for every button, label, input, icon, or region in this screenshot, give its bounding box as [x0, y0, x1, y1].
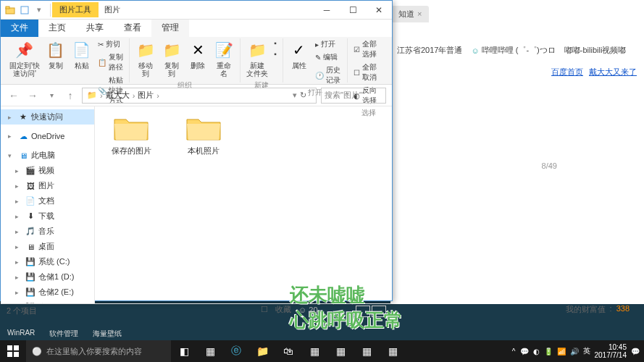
volume-icon[interactable]: 🔊: [570, 348, 579, 355]
explorer-icon[interactable]: 📁: [249, 340, 275, 362]
taskbar-app[interactable]: ▦: [327, 340, 354, 362]
folder-camera-roll[interactable]: 本机照片: [175, 114, 233, 156]
browser-tab[interactable]: 知道 ×: [391, 6, 429, 22]
bookmark-link[interactable]: 嘟嘟-bilibili视频嘟: [564, 45, 627, 56]
content-area[interactable]: 保存的图片 本机照片: [95, 106, 392, 303]
svg-rect-3: [7, 345, 12, 350]
recent-button[interactable]: ▾: [44, 88, 59, 103]
qa-icon[interactable]: [18, 4, 31, 17]
user-link[interactable]: 戴大大又来了: [589, 67, 637, 77]
copy-path-button[interactable]: 📋 复制路径: [96, 51, 125, 73]
bookmark-link[interactable]: ☺哔哩哔哩 (゜-゜)つロ: [471, 45, 555, 56]
minimize-button[interactable]: ─: [314, 1, 340, 20]
search-input[interactable]: ⚪ 在这里输入你要搜索的内容: [26, 340, 171, 362]
sidebar-item-e[interactable]: ▸💾仓储2 (E:): [1, 285, 94, 300]
tray-icon[interactable]: 🔋: [544, 348, 553, 355]
down-icon[interactable]: ▾: [33, 4, 46, 17]
bg-item: 海量壁纸: [93, 329, 122, 339]
sidebar-item-documents[interactable]: ▸📄文档: [1, 193, 94, 209]
tab-manage[interactable]: 管理: [151, 20, 189, 37]
taskbar-app[interactable]: ▦: [301, 340, 327, 362]
ime-indicator[interactable]: 英: [583, 346, 590, 356]
up-button[interactable]: ↑: [63, 88, 78, 103]
sidebar-item-d[interactable]: ▸💾仓储1 (D:): [1, 269, 94, 285]
sidebar-item-quick[interactable]: ▸★快速访问: [1, 109, 94, 125]
baidu-home-link[interactable]: 百度首页: [551, 67, 583, 77]
folder-icon[interactable]: [4, 4, 17, 17]
taskbar-app[interactable]: ▦: [354, 340, 380, 362]
back-button[interactable]: ←: [7, 88, 21, 103]
store-icon[interactable]: 🛍: [275, 340, 301, 362]
properties-button[interactable]: ✓属性: [288, 38, 311, 71]
task-view-button[interactable]: ◧: [171, 340, 197, 362]
sidebar-item-desktop[interactable]: ▸🖥桌面: [1, 239, 94, 254]
ribbon: 📌固定到'快 速访问' 📋复制 📄粘贴 ✂ 剪切 📋 复制路径 📎 粘贴快捷方式…: [1, 37, 392, 85]
ribbon-tabs: 文件 主页 共享 查看 管理: [1, 20, 392, 37]
start-button[interactable]: [0, 340, 26, 362]
svg-rect-5: [7, 352, 12, 357]
new-item-button[interactable]: ▪: [272, 38, 278, 48]
cut-button[interactable]: ✂ 剪切: [96, 38, 125, 50]
delete-button[interactable]: ✕删除: [186, 38, 209, 71]
folder-saved-pictures[interactable]: 保存的图片: [102, 114, 160, 156]
tab-file[interactable]: 文件: [1, 20, 38, 37]
sidebar-item-f[interactable]: ▸💾应用 (F:): [1, 300, 94, 303]
edit-button[interactable]: ✎ 编辑: [314, 51, 343, 63]
open-button[interactable]: ▸ 打开: [314, 38, 343, 50]
paste-button[interactable]: 📄粘贴: [70, 38, 93, 71]
folder-icon: [113, 114, 149, 143]
edge-icon[interactable]: ⓔ: [223, 340, 249, 362]
search-input[interactable]: 搜索"图片": [321, 88, 386, 104]
select-none-button[interactable]: ☐ 全部取消: [352, 62, 385, 83]
rename-button[interactable]: 📝重命名: [212, 38, 235, 79]
forward-button[interactable]: →: [25, 88, 40, 103]
new-folder-button[interactable]: 📁新建 文件夹: [245, 38, 269, 79]
sidebar-item-music[interactable]: ▸🎵音乐: [1, 224, 94, 239]
title-bar: ▾ 图片工具 图片 ─ ☐ ✕: [1, 1, 392, 20]
sidebar-item-pc[interactable]: ▾🖥此电脑: [1, 148, 94, 163]
sidebar-item-pictures[interactable]: ▸🖼图片: [1, 178, 94, 193]
folder-icon: [185, 114, 222, 143]
dropdown-icon[interactable]: ▾: [291, 90, 298, 100]
favorite-label[interactable]: 收藏: [275, 304, 291, 315]
tray-icon[interactable]: ^: [512, 348, 516, 355]
wechat-icon[interactable]: 💬: [520, 348, 529, 355]
refresh-button[interactable]: ↻: [298, 90, 313, 100]
copy-button[interactable]: 📋复制: [44, 38, 67, 71]
maximize-button[interactable]: ☐: [340, 1, 366, 20]
tab-home[interactable]: 主页: [38, 20, 76, 37]
sidebar-item-downloads[interactable]: ▸⬇下载: [1, 209, 94, 224]
breadcrumb-item: 图片: [136, 90, 155, 101]
svg-rect-6: [14, 352, 19, 357]
move-to-button[interactable]: 📁移动到: [134, 38, 157, 79]
sidebar-item-onedrive[interactable]: ▸☁OneDrive: [1, 129, 94, 143]
wifi-icon[interactable]: 📶: [557, 348, 566, 355]
taskbar: ⚪ 在这里输入你要搜索的内容 ◧ ▦ ⓔ 📁 🛍 ▦ ▦ ▦ ▦ ^ 💬 ◐ 🔋…: [0, 340, 644, 362]
contextual-tab[interactable]: 图片工具: [52, 2, 99, 17]
tray-icon[interactable]: ◐: [533, 348, 540, 355]
close-button[interactable]: ✕: [366, 1, 392, 20]
taskbar-app[interactable]: ▦: [197, 340, 223, 362]
tab-share[interactable]: 共享: [76, 20, 114, 37]
notification-icon[interactable]: 💬: [631, 348, 640, 355]
easy-access-button[interactable]: ▪: [272, 49, 278, 59]
folder-label: 本机照片: [188, 146, 219, 156]
tab-label: 知道: [398, 9, 414, 20]
clock[interactable]: 10:45 2017/7/14: [595, 343, 627, 359]
pin-button[interactable]: 📌固定到'快 速访问': [8, 38, 41, 79]
svg-rect-2: [21, 7, 28, 14]
svg-rect-4: [14, 345, 19, 350]
bookmark-link[interactable]: 江苏省2017年普通: [397, 45, 462, 56]
tab-view[interactable]: 查看: [114, 20, 151, 37]
sidebar-item-c[interactable]: ▸💾系统 (C:): [1, 254, 94, 269]
history-button[interactable]: 🕐 历史记录: [314, 64, 343, 86]
sidebar: ▸★快速访问 ▸☁OneDrive ▾🖥此电脑 ▸🎬视频 ▸🖼图片 ▸📄文档 ▸…: [1, 106, 95, 303]
breadcrumb[interactable]: 📁› 戴大大› 图片› ▾ ↻: [82, 88, 317, 104]
file-explorer-window: ▾ 图片工具 图片 ─ ☐ ✕ 文件 主页 共享 查看 管理 📌固定到'快 速访…: [0, 0, 393, 301]
sidebar-item-videos[interactable]: ▸🎬视频: [1, 163, 94, 178]
breadcrumb-item: 戴大大: [104, 90, 131, 101]
copy-to-button[interactable]: 📁复制到: [160, 38, 183, 79]
select-all-button[interactable]: ☑ 全部选择: [352, 38, 385, 60]
close-icon[interactable]: ×: [417, 9, 422, 18]
taskbar-app[interactable]: ▦: [380, 340, 406, 362]
